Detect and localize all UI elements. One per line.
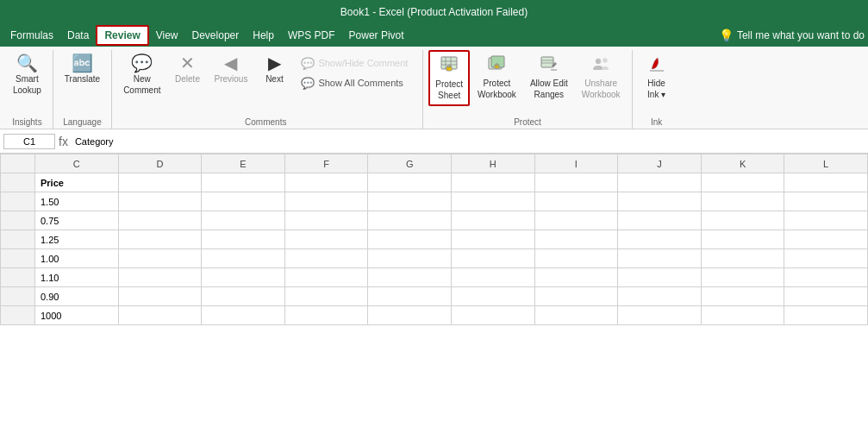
- menu-power-pivot[interactable]: Power Pivot: [342, 27, 411, 44]
- sheet-cell[interactable]: [701, 268, 784, 287]
- sheet-cell[interactable]: [118, 211, 202, 230]
- sheet-cell[interactable]: [118, 230, 202, 249]
- sheet-cell[interactable]: [202, 192, 285, 211]
- previous-button[interactable]: ◀ Previous: [209, 50, 254, 100]
- smart-lookup-button[interactable]: 🔍 Smart Lookup: [7, 50, 47, 100]
- next-button[interactable]: ▶ Next: [255, 50, 293, 100]
- allow-edit-ranges-button[interactable]: Allow EditRanges: [524, 50, 574, 104]
- sheet-cell[interactable]: [202, 173, 285, 192]
- col-header-l[interactable]: L: [784, 154, 868, 173]
- sheet-cell[interactable]: [534, 306, 618, 325]
- sheet-cell[interactable]: [451, 249, 534, 268]
- hide-ink-button[interactable]: HideInk ▾: [638, 50, 676, 104]
- col-header-g[interactable]: G: [368, 154, 452, 173]
- sheet-cell[interactable]: [368, 192, 452, 211]
- sheet-cell[interactable]: [618, 211, 702, 230]
- sheet-cell[interactable]: [784, 249, 868, 268]
- sheet-cell[interactable]: [284, 306, 368, 325]
- col-header-j[interactable]: J: [618, 154, 702, 173]
- sheet-cell[interactable]: [618, 306, 702, 325]
- delete-button[interactable]: ✕ Delete: [169, 50, 207, 100]
- col-header-c[interactable]: C: [35, 154, 119, 173]
- col-header-d[interactable]: D: [118, 154, 202, 173]
- show-hide-comment-button[interactable]: 💬 Show/Hide Comment: [295, 53, 414, 72]
- sheet-cell[interactable]: 1.10: [35, 268, 119, 287]
- sheet-cell[interactable]: [534, 287, 618, 306]
- translate-button[interactable]: 🔤 Translate: [59, 50, 106, 89]
- sheet-cell[interactable]: 1.50: [35, 192, 119, 211]
- sheet-cell[interactable]: [451, 230, 534, 249]
- sheet-cell[interactable]: [368, 306, 452, 325]
- sheet-cell[interactable]: [284, 268, 368, 287]
- sheet-cell[interactable]: [284, 192, 368, 211]
- sheet-cell[interactable]: 1000: [35, 306, 119, 325]
- sheet-cell[interactable]: [784, 192, 868, 211]
- sheet-cell[interactable]: [701, 306, 784, 325]
- sheet-cell[interactable]: [202, 211, 285, 230]
- menu-view[interactable]: View: [149, 27, 185, 44]
- sheet-cell[interactable]: [618, 230, 702, 249]
- sheet-cell[interactable]: [784, 230, 868, 249]
- menu-formulas[interactable]: Formulas: [3, 27, 60, 44]
- sheet-cell[interactable]: [618, 287, 702, 306]
- sheet-cell[interactable]: [534, 173, 618, 192]
- sheet-cell[interactable]: [451, 192, 534, 211]
- sheet-cell[interactable]: [701, 287, 784, 306]
- sheet-cell[interactable]: [618, 249, 702, 268]
- sheet-cell[interactable]: 1.25: [35, 230, 119, 249]
- sheet-cell[interactable]: [451, 306, 534, 325]
- col-header-h[interactable]: H: [451, 154, 534, 173]
- col-header-e[interactable]: E: [202, 154, 285, 173]
- sheet-cell[interactable]: [118, 306, 202, 325]
- sheet-cell[interactable]: 0.75: [35, 211, 119, 230]
- sheet-cell[interactable]: [451, 211, 534, 230]
- sheet-cell[interactable]: [118, 249, 202, 268]
- sheet-cell[interactable]: [368, 211, 452, 230]
- sheet-cell[interactable]: [534, 268, 618, 287]
- sheet-cell[interactable]: [451, 173, 534, 192]
- sheet-cell[interactable]: [118, 192, 202, 211]
- col-header-i[interactable]: I: [534, 154, 618, 173]
- sheet-cell[interactable]: [118, 173, 202, 192]
- sheet-cell[interactable]: [368, 173, 452, 192]
- sheet-cell[interactable]: [202, 306, 285, 325]
- show-all-comments-button[interactable]: 💬 Show All Comments: [295, 73, 414, 92]
- sheet-cell[interactable]: [534, 230, 618, 249]
- sheet-cell[interactable]: [534, 211, 618, 230]
- protect-sheet-button[interactable]: ProtectSheet: [428, 50, 470, 106]
- sheet-cell[interactable]: [368, 230, 452, 249]
- unshare-workbook-button[interactable]: UnshareWorkbook: [576, 50, 627, 104]
- sheet-cell[interactable]: [618, 268, 702, 287]
- sheet-cell[interactable]: [701, 173, 784, 192]
- sheet-cell[interactable]: [368, 268, 452, 287]
- sheet-cell[interactable]: [618, 192, 702, 211]
- sheet-cell[interactable]: 0.90: [35, 287, 119, 306]
- sheet-cell[interactable]: [202, 230, 285, 249]
- sheet-cell[interactable]: [784, 287, 868, 306]
- tell-me-bar[interactable]: 💡 Tell me what you want to do: [719, 28, 865, 42]
- sheet-cell[interactable]: [784, 211, 868, 230]
- protect-workbook-button[interactable]: ProtectWorkbook: [471, 50, 522, 104]
- sheet-cell[interactable]: [118, 268, 202, 287]
- menu-developer[interactable]: Developer: [185, 27, 247, 44]
- sheet-cell[interactable]: [701, 211, 784, 230]
- sheet-cell[interactable]: [701, 230, 784, 249]
- sheet-cell[interactable]: [284, 230, 368, 249]
- cell-reference-input[interactable]: [3, 134, 55, 149]
- sheet-cell[interactable]: Price: [35, 173, 119, 192]
- sheet-cell[interactable]: 1.00: [35, 249, 119, 268]
- formula-input[interactable]: [72, 135, 865, 148]
- new-comment-button[interactable]: 💬 NewComment: [117, 50, 166, 100]
- sheet-cell[interactable]: [701, 249, 784, 268]
- sheet-cell[interactable]: [284, 211, 368, 230]
- col-header-k[interactable]: K: [701, 154, 784, 173]
- sheet-cell[interactable]: [784, 173, 868, 192]
- sheet-cell[interactable]: [534, 192, 618, 211]
- sheet-cell[interactable]: [451, 268, 534, 287]
- sheet-cell[interactable]: [284, 287, 368, 306]
- col-header-f[interactable]: F: [284, 154, 368, 173]
- sheet-cell[interactable]: [534, 249, 618, 268]
- sheet-cell[interactable]: [284, 249, 368, 268]
- sheet-cell[interactable]: [118, 287, 202, 306]
- menu-wps[interactable]: WPS PDF: [281, 27, 342, 44]
